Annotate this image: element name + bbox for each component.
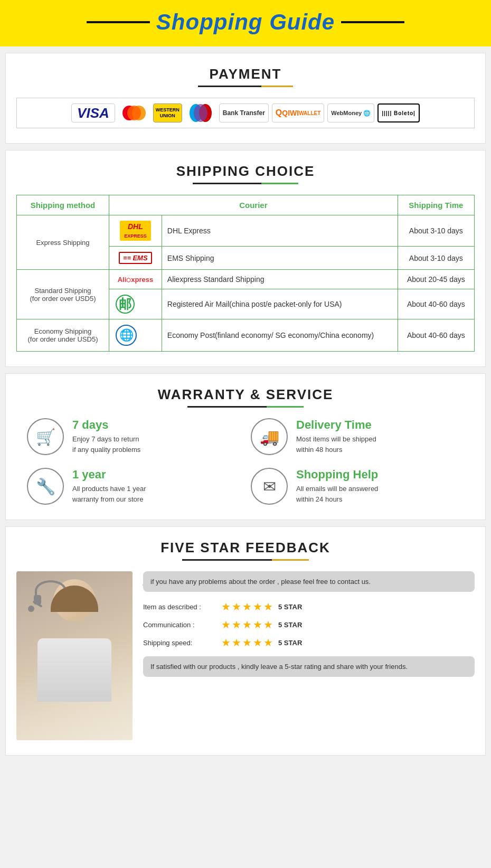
header-banner: Shopping Guide bbox=[0, 0, 491, 46]
stars-communication: ★★★★★ bbox=[221, 618, 274, 631]
bubble-top-text: if you have any problems about the order… bbox=[150, 578, 371, 586]
method-standard: Standard Shipping(for order over USD5) bbox=[17, 270, 109, 319]
warranty-title: WARRANTY & SERVICE bbox=[16, 386, 475, 403]
webmoney-icon: WebMoney 🌐 bbox=[327, 103, 374, 122]
shipping-header-row: Shipping method Courier Shipping Time bbox=[17, 195, 475, 215]
header-line-left bbox=[87, 21, 150, 23]
customer-photo bbox=[16, 571, 133, 740]
ratings-container: Item as described : ★★★★★ 5 STAR Communi… bbox=[143, 600, 475, 649]
dhl-logo: DHLEXPRESS bbox=[120, 221, 151, 241]
rating-row-shipping: Shipping speed: ★★★★★ 5 STAR bbox=[143, 636, 475, 649]
ali-logo: Ali⬡xpress bbox=[116, 276, 155, 284]
warranty-text-help: Shopping Help All emails will be answere… bbox=[296, 468, 378, 504]
shipping-table: Shipping method Courier Shipping Time Ex… bbox=[16, 195, 475, 352]
courier-ems-name: EMS Shipping bbox=[162, 247, 398, 270]
table-row: Standard Shipping(for order over USD5) A… bbox=[17, 270, 475, 289]
shipping-title: SHIPPING CHOICE bbox=[16, 163, 475, 180]
rating-label-described: Item as described : bbox=[143, 603, 217, 611]
star-value-described: 5 STAR bbox=[278, 603, 302, 611]
dhl-time: About 3-10 days bbox=[398, 215, 474, 247]
courier-dhl-name: DHL Express bbox=[162, 215, 398, 247]
email-icon: ✉ bbox=[251, 468, 288, 505]
feedback-right: if you have any problems about the order… bbox=[143, 571, 475, 677]
warranty-underline-green bbox=[267, 406, 304, 408]
courier-ali-name: Aliexpress Standard Shipping bbox=[162, 270, 398, 289]
warranty-desc: All products have 1 yearwarranty from ou… bbox=[72, 484, 146, 504]
warranty-item-returns: 🛒 7 days Enjoy 7 days to returnif any qu… bbox=[27, 418, 240, 455]
qiwi-icon: Q QIWIWALLET bbox=[272, 103, 324, 122]
shipping-underline-green bbox=[261, 183, 298, 184]
western-union-icon: WESTERNUNION bbox=[153, 103, 182, 122]
visa-icon: VISA bbox=[71, 103, 115, 122]
warranty-underline-dark bbox=[187, 406, 267, 408]
warranty-text-warranty: 1 year All products have 1 yearwarranty … bbox=[72, 468, 146, 504]
un-logo: 🌐 bbox=[116, 325, 137, 346]
chinapost-time: About 40-60 days bbox=[398, 289, 474, 319]
bubble-bottom-text: If satisfied with our products , kindly … bbox=[150, 663, 408, 671]
bank-transfer-icon: Bank Transfer bbox=[219, 103, 269, 122]
boleto-icon: ||||| Boleto| bbox=[377, 103, 420, 122]
payment-title: PAYMENT bbox=[16, 66, 475, 82]
courier-dhl-logo: DHLEXPRESS bbox=[109, 215, 162, 247]
rating-row-described: Item as described : ★★★★★ 5 STAR bbox=[143, 600, 475, 613]
stars-shipping: ★★★★★ bbox=[221, 636, 274, 649]
ems-time: About 3-10 days bbox=[398, 247, 474, 270]
person-silhouette bbox=[22, 574, 127, 738]
feedback-title: FIVE STAR FEEDBACK bbox=[16, 540, 475, 556]
feedback-underline-dark bbox=[182, 559, 272, 561]
courier-chinapost-name: Registered Air Mail(china post/e packet-… bbox=[162, 289, 398, 319]
star-value-shipping: 5 STAR bbox=[278, 639, 302, 647]
warranty-text-returns: 7 days Enjoy 7 days to returnif any qual… bbox=[72, 418, 140, 455]
help-desc: All emails will be answeredwithin 24 hou… bbox=[296, 484, 378, 504]
col-courier: Courier bbox=[109, 195, 398, 215]
mic-head bbox=[28, 606, 34, 612]
rating-label-communication: Communication : bbox=[143, 621, 217, 629]
warranty-title-item: 1 year bbox=[72, 468, 146, 482]
star-value-communication: 5 STAR bbox=[278, 621, 302, 629]
warranty-item-help: ✉ Shopping Help All emails will be answe… bbox=[251, 468, 464, 505]
payment-section: PAYMENT VISA WESTERNUNION Bank Transfer … bbox=[5, 53, 486, 144]
photo-placeholder bbox=[16, 571, 133, 740]
maestro-icon bbox=[185, 103, 216, 122]
delivery-title: Delivery Time bbox=[296, 418, 376, 432]
ems-logo: ≡≡ EMS bbox=[119, 252, 152, 264]
header-line-right bbox=[341, 21, 404, 23]
payment-underline-dark bbox=[198, 86, 261, 87]
warranty-item-delivery: 🚚 Delivery Time Most items will be shipp… bbox=[251, 418, 464, 455]
speech-bubble-bottom: If satisfied with our products , kindly … bbox=[143, 656, 475, 677]
col-method: Shipping method bbox=[17, 195, 109, 215]
mastercard-icon bbox=[118, 103, 150, 122]
method-economy: Economy Shipping(for order under USD5) bbox=[17, 319, 109, 352]
stars-described: ★★★★★ bbox=[221, 600, 274, 613]
feedback-section: FIVE STAR FEEDBACK bbox=[5, 526, 486, 756]
payment-icons-row: VISA WESTERNUNION Bank Transfer Q QIWIWA… bbox=[16, 98, 475, 128]
returns-desc: Enjoy 7 days to returnif any quality pro… bbox=[72, 434, 140, 455]
col-time: Shipping Time bbox=[398, 195, 474, 215]
help-title: Shopping Help bbox=[296, 468, 378, 482]
feedback-content-area: if you have any problems about the order… bbox=[16, 571, 475, 740]
courier-chinapost-logo: 邮 bbox=[109, 289, 162, 319]
rating-row-communication: Communication : ★★★★★ 5 STAR bbox=[143, 618, 475, 631]
shipping-underline-dark bbox=[193, 183, 261, 184]
returns-title: 7 days bbox=[72, 418, 140, 432]
delivery-desc: Most items will be shippedwithin 48 hour… bbox=[296, 434, 376, 455]
payment-underline-gold bbox=[261, 86, 293, 87]
warranty-item-warranty: 🔧 1 year All products have 1 yearwarrant… bbox=[27, 468, 240, 505]
warranty-text-delivery: Delivery Time Most items will be shipped… bbox=[296, 418, 376, 455]
warranty-section: WARRANTY & SERVICE 🛒 7 days Enjoy 7 days… bbox=[5, 373, 486, 520]
economy-time: About 40-60 days bbox=[398, 319, 474, 352]
speech-bubble-top: if you have any problems about the order… bbox=[143, 571, 475, 592]
courier-un-logo: 🌐 bbox=[109, 319, 162, 352]
shipping-section: SHIPPING CHOICE Shipping method Courier … bbox=[5, 150, 486, 367]
rating-label-shipping: Shipping speed: bbox=[143, 639, 217, 647]
chinapost-logo: 邮 bbox=[116, 295, 135, 314]
person-body bbox=[37, 638, 111, 702]
wrench-icon: 🔧 bbox=[27, 468, 64, 505]
warranty-grid: 🛒 7 days Enjoy 7 days to returnif any qu… bbox=[16, 418, 475, 505]
courier-economy-name: Economy Post(finland economy/ SG economy… bbox=[162, 319, 398, 352]
method-express: Express Shipping bbox=[17, 215, 109, 270]
courier-ali-logo: Ali⬡xpress bbox=[109, 270, 162, 289]
header-title: Shopping Guide bbox=[156, 10, 335, 35]
cart-icon: 🛒 bbox=[27, 418, 64, 455]
table-row: Express Shipping DHLEXPRESS DHL Express … bbox=[17, 215, 475, 247]
